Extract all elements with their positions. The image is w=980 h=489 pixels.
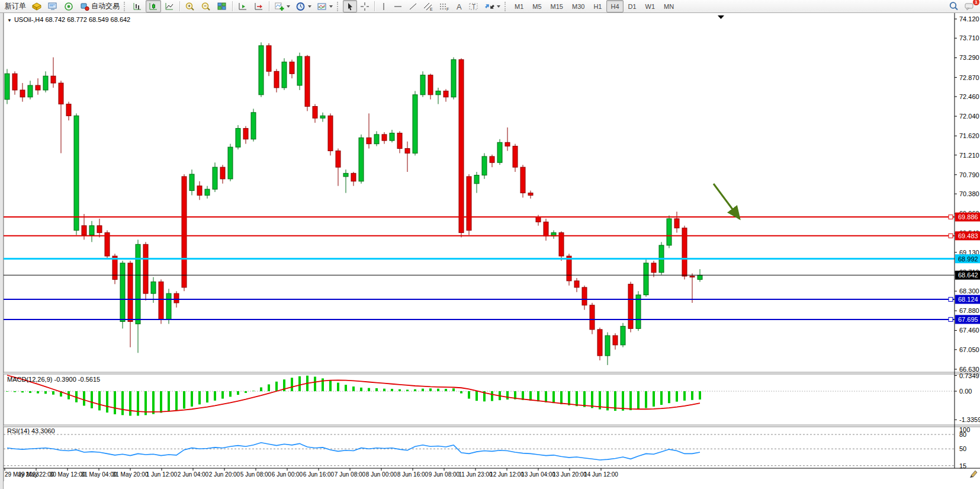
auto-scroll-button[interactable] [251,0,266,12]
svg-text:68.300: 68.300 [959,287,979,295]
terminal-button[interactable] [45,0,60,12]
gold-cube-icon [31,2,42,11]
toolbar-separator [269,1,269,11]
svg-text:0.7349: 0.7349 [959,372,979,379]
svg-text:29 May 22:00: 29 May 22:00 [18,471,54,478]
zoom-in-icon [185,2,195,11]
timeframe-H4[interactable]: H4 [606,0,623,12]
new-order-button[interactable]: 新订单 [2,0,28,12]
svg-text:67.460: 67.460 [959,327,979,334]
svg-text:71.620: 71.620 [959,132,979,139]
timeframe-MN[interactable]: MN [660,0,678,12]
svg-text:A: A [457,2,462,11]
crosshair-button[interactable] [358,0,372,12]
chart-title[interactable]: ▼USOil-,H4 68.742 68.772 68.549 68.642 [7,16,130,23]
chevron-down-icon [497,5,500,9]
svg-text:69.483: 69.483 [958,232,978,239]
templates-icon [317,2,327,11]
horizontal-line-icon [393,2,403,11]
svg-text:67.695: 67.695 [958,316,978,323]
trendline-button[interactable] [406,0,420,12]
bar-chart-button[interactable] [130,0,145,12]
channel-icon: E [423,2,433,11]
channel-button[interactable]: E [420,0,436,12]
chart-shift-button[interactable] [235,0,250,12]
timeframe-M15[interactable]: M15 [547,0,567,12]
chart-menu-icon[interactable]: ▼ [7,18,12,23]
new-order-label: 新订单 [5,1,26,11]
terminal-monitor-icon [47,2,58,11]
svg-text:68.992: 68.992 [958,255,978,263]
svg-text:67.880: 67.880 [959,307,979,314]
svg-text:70.790: 70.790 [959,171,979,178]
svg-text:T: T [472,4,475,10]
svg-text:31 May 04:00: 31 May 04:00 [81,471,117,478]
zoom-out-icon [201,2,211,11]
indicators-icon [274,2,285,11]
cursor-button[interactable] [343,0,357,12]
svg-text:12 Jun 12:00: 12 Jun 12:00 [490,471,524,478]
fibonacci-icon: F [439,2,449,11]
vertical-line-icon [380,2,388,11]
svg-text:67.050: 67.050 [959,346,979,353]
periods-clock-icon [295,2,306,11]
zoom-in-button[interactable] [182,0,198,12]
timeframe-M5[interactable]: M5 [528,0,545,12]
periods-button[interactable] [293,0,314,12]
rsi-value: 43.3060 [31,427,55,434]
horizontal-line-button[interactable] [391,0,405,12]
svg-text:6 Jun 16:00: 6 Jun 16:00 [303,471,335,478]
tile-windows-icon [217,2,227,11]
price-chart[interactable]: 74.12073.71073.29072.87072.46072.04071.6… [4,13,980,489]
timeframe-W1[interactable]: W1 [641,0,660,12]
notification-count-badge: 1 [973,0,979,5]
svg-text:69.886: 69.886 [958,213,978,220]
timeframe-M30[interactable]: M30 [568,0,589,12]
search-button[interactable] [946,0,962,12]
svg-text:71.210: 71.210 [959,152,979,159]
trendline-icon [408,2,417,11]
indicators-button[interactable] [272,0,293,12]
svg-text:14 Jun 12:00: 14 Jun 12:00 [584,471,618,478]
vertical-line-button[interactable] [377,0,390,12]
svg-text:8 Jun 16:00: 8 Jun 16:00 [397,471,429,478]
text-icon: A [455,2,463,11]
arrows-button[interactable] [482,0,503,12]
fibonacci-button[interactable]: F [436,0,452,12]
templates-button[interactable] [314,0,335,12]
signals-button[interactable] [61,0,76,12]
chart-title-text: USOil-,H4 68.742 68.772 68.549 68.642 [14,16,130,23]
svg-text:72.040: 72.040 [959,113,979,120]
line-chart-icon [164,2,175,11]
tile-windows-button[interactable] [214,0,230,12]
zoom-out-button[interactable] [198,0,214,12]
svg-text:6 Jun 00:00: 6 Jun 00:00 [272,471,303,478]
svg-text:30 May 12:00: 30 May 12:00 [50,471,86,478]
timeframe-M1[interactable]: M1 [510,0,528,12]
svg-text:31 May 20:00: 31 May 20:00 [113,471,149,478]
svg-text:E: E [430,7,433,11]
auto-trading-button[interactable]: 自动交易 [77,0,122,12]
macd-indicator-label: MACD(12,26,9) -0.3900 -0.5615 [7,376,100,383]
svg-text:8 Jun 00:00: 8 Jun 00:00 [366,471,397,478]
arrows-icon [484,2,495,11]
notifications-button[interactable]: 1 [962,0,978,12]
autotrading-icon [79,2,90,11]
toolbar-separator [179,1,180,11]
svg-text:74.120: 74.120 [959,15,979,23]
toolbar-separator [232,1,233,11]
macd-values: -0.3900 -0.5615 [54,376,100,383]
bar-chart-icon [132,2,143,11]
svg-text:2 Jun 20:00: 2 Jun 20:00 [209,471,240,478]
gold-cube-button[interactable] [29,0,44,12]
candlestick-chart-button[interactable] [146,0,161,12]
svg-text:80: 80 [959,431,966,438]
line-chart-button[interactable] [162,0,177,12]
text-button[interactable]: A [452,0,465,12]
timeframe-toolbar: M1M5M15M30H1H4D1W1MN [510,0,678,12]
timeframe-H1[interactable]: H1 [589,0,606,12]
text-label-button[interactable]: T [466,0,481,12]
timeframe-D1[interactable]: D1 [624,0,641,12]
toolbar-grip [337,2,340,11]
svg-text:70.380: 70.380 [959,190,979,197]
